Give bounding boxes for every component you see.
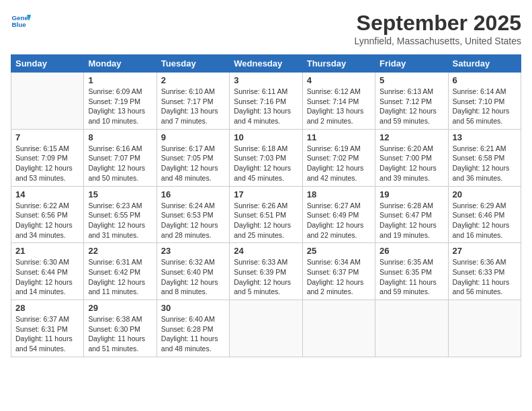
calendar-cell: 15Sunrise: 6:23 AMSunset: 6:55 PMDayligh… [84,186,157,243]
calendar-cell: 21Sunrise: 6:30 AMSunset: 6:44 PMDayligh… [11,243,84,300]
weekday-header: Saturday [448,55,521,73]
calendar-cell: 27Sunrise: 6:36 AMSunset: 6:33 PMDayligh… [448,243,521,300]
day-info: Sunrise: 6:13 AMSunset: 7:12 PMDaylight:… [380,87,443,126]
calendar-cell: 7Sunrise: 6:15 AMSunset: 7:09 PMDaylight… [11,129,84,186]
day-info: Sunrise: 6:19 AMSunset: 7:02 PMDaylight:… [307,144,371,183]
calendar-cell: 9Sunrise: 6:17 AMSunset: 7:05 PMDaylight… [157,129,229,186]
day-number: 6 [453,75,517,85]
day-info: Sunrise: 6:33 AMSunset: 6:39 PMDaylight:… [234,257,298,297]
calendar-cell: 19Sunrise: 6:28 AMSunset: 6:47 PMDayligh… [375,186,448,243]
day-info: Sunrise: 6:18 AMSunset: 7:03 PMDaylight:… [234,144,298,183]
calendar-cell: 13Sunrise: 6:21 AMSunset: 6:58 PMDayligh… [448,129,521,186]
day-info: Sunrise: 6:15 AMSunset: 7:09 PMDaylight:… [15,144,79,183]
day-number: 11 [307,132,371,142]
day-number: 7 [15,132,79,142]
calendar-week-row: 28Sunrise: 6:37 AMSunset: 6:31 PMDayligh… [11,300,521,357]
weekday-header: Friday [375,55,448,73]
day-number: 10 [234,132,298,142]
calendar-cell: 3Sunrise: 6:11 AMSunset: 7:16 PMDaylight… [230,73,302,130]
day-number: 18 [307,189,371,199]
day-number: 25 [307,246,371,256]
day-info: Sunrise: 6:27 AMSunset: 6:49 PMDaylight:… [307,201,371,240]
calendar-cell: 8Sunrise: 6:16 AMSunset: 7:07 PMDaylight… [84,129,157,186]
calendar-cell: 30Sunrise: 6:40 AMSunset: 6:28 PMDayligh… [157,300,229,357]
calendar-cell: 28Sunrise: 6:37 AMSunset: 6:31 PMDayligh… [11,300,84,357]
day-number: 14 [15,189,79,199]
weekday-header: Tuesday [157,55,229,73]
day-info: Sunrise: 6:10 AMSunset: 7:17 PMDaylight:… [161,87,225,126]
logo-icon: General Blue [11,11,31,31]
calendar-cell: 4Sunrise: 6:12 AMSunset: 7:14 PMDaylight… [302,73,375,130]
calendar-cell: 6Sunrise: 6:14 AMSunset: 7:10 PMDaylight… [448,73,521,130]
day-number: 20 [453,189,517,199]
svg-text:Blue: Blue [12,21,27,28]
calendar-cell: 10Sunrise: 6:18 AMSunset: 7:03 PMDayligh… [230,129,302,186]
day-info: Sunrise: 6:30 AMSunset: 6:44 PMDaylight:… [15,257,79,297]
calendar-table: SundayMondayTuesdayWednesdayThursdayFrid… [11,54,521,357]
day-number: 23 [161,246,225,256]
weekday-header: Thursday [302,55,375,73]
page-header: General Blue September 2025 Lynnfield, M… [11,11,521,46]
day-info: Sunrise: 6:28 AMSunset: 6:47 PMDaylight:… [380,201,443,240]
calendar-cell: 26Sunrise: 6:35 AMSunset: 6:35 PMDayligh… [375,243,448,300]
day-info: Sunrise: 6:24 AMSunset: 6:53 PMDaylight:… [161,201,225,240]
day-info: Sunrise: 6:23 AMSunset: 6:55 PMDaylight:… [88,201,152,240]
day-info: Sunrise: 6:21 AMSunset: 6:58 PMDaylight:… [453,144,517,183]
weekday-header: Monday [84,55,157,73]
day-number: 26 [380,246,443,256]
day-number: 9 [161,132,225,142]
calendar-cell: 1Sunrise: 6:09 AMSunset: 7:19 PMDaylight… [84,73,157,130]
calendar-week-row: 1Sunrise: 6:09 AMSunset: 7:19 PMDaylight… [11,73,521,130]
day-number: 2 [161,75,225,85]
day-info: Sunrise: 6:12 AMSunset: 7:14 PMDaylight:… [307,87,371,126]
day-info: Sunrise: 6:38 AMSunset: 6:30 PMDaylight:… [88,314,152,354]
calendar-cell [230,300,302,357]
day-number: 5 [380,75,443,85]
calendar-cell: 25Sunrise: 6:34 AMSunset: 6:37 PMDayligh… [302,243,375,300]
day-number: 29 [88,303,152,313]
day-info: Sunrise: 6:09 AMSunset: 7:19 PMDaylight:… [88,87,152,126]
calendar-cell: 16Sunrise: 6:24 AMSunset: 6:53 PMDayligh… [157,186,229,243]
calendar-week-row: 14Sunrise: 6:22 AMSunset: 6:56 PMDayligh… [11,186,521,243]
day-info: Sunrise: 6:37 AMSunset: 6:31 PMDaylight:… [15,314,79,354]
day-info: Sunrise: 6:17 AMSunset: 7:05 PMDaylight:… [161,144,225,183]
calendar-cell: 24Sunrise: 6:33 AMSunset: 6:39 PMDayligh… [230,243,302,300]
calendar-week-row: 21Sunrise: 6:30 AMSunset: 6:44 PMDayligh… [11,243,521,300]
day-info: Sunrise: 6:29 AMSunset: 6:46 PMDaylight:… [453,201,517,240]
day-info: Sunrise: 6:14 AMSunset: 7:10 PMDaylight:… [453,87,517,126]
day-info: Sunrise: 6:34 AMSunset: 6:37 PMDaylight:… [307,257,371,297]
day-number: 19 [380,189,443,199]
day-number: 24 [234,246,298,256]
calendar-cell [448,300,521,357]
calendar-cell: 22Sunrise: 6:31 AMSunset: 6:42 PMDayligh… [84,243,157,300]
day-number: 12 [380,132,443,142]
day-number: 17 [234,189,298,199]
calendar-cell [302,300,375,357]
calendar-cell: 23Sunrise: 6:32 AMSunset: 6:40 PMDayligh… [157,243,229,300]
title-area: September 2025 Lynnfield, Massachusetts,… [355,11,522,46]
calendar-cell: 20Sunrise: 6:29 AMSunset: 6:46 PMDayligh… [448,186,521,243]
day-info: Sunrise: 6:40 AMSunset: 6:28 PMDaylight:… [161,314,225,354]
calendar-cell: 29Sunrise: 6:38 AMSunset: 6:30 PMDayligh… [84,300,157,357]
calendar-header: SundayMondayTuesdayWednesdayThursdayFrid… [11,55,521,73]
logo: General Blue [11,11,31,31]
day-info: Sunrise: 6:16 AMSunset: 7:07 PMDaylight:… [88,144,152,183]
calendar-cell: 17Sunrise: 6:26 AMSunset: 6:51 PMDayligh… [230,186,302,243]
weekday-row: SundayMondayTuesdayWednesdayThursdayFrid… [11,55,521,73]
day-info: Sunrise: 6:35 AMSunset: 6:35 PMDaylight:… [380,257,443,297]
day-number: 27 [453,246,517,256]
day-number: 13 [453,132,517,142]
calendar-cell: 2Sunrise: 6:10 AMSunset: 7:17 PMDaylight… [157,73,229,130]
day-number: 15 [88,189,152,199]
day-info: Sunrise: 6:36 AMSunset: 6:33 PMDaylight:… [453,257,517,297]
calendar-cell: 11Sunrise: 6:19 AMSunset: 7:02 PMDayligh… [302,129,375,186]
calendar-cell [11,73,84,130]
weekday-header: Sunday [11,55,84,73]
day-info: Sunrise: 6:20 AMSunset: 7:00 PMDaylight:… [380,144,443,183]
day-number: 8 [88,132,152,142]
calendar-body: 1Sunrise: 6:09 AMSunset: 7:19 PMDaylight… [11,73,521,357]
day-number: 16 [161,189,225,199]
calendar-cell: 18Sunrise: 6:27 AMSunset: 6:49 PMDayligh… [302,186,375,243]
day-info: Sunrise: 6:11 AMSunset: 7:16 PMDaylight:… [234,87,298,126]
day-info: Sunrise: 6:31 AMSunset: 6:42 PMDaylight:… [88,257,152,297]
